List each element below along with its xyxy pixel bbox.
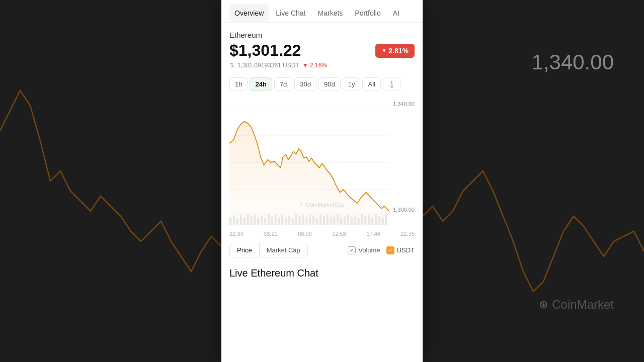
- interval-30d[interactable]: 30d: [294, 77, 316, 91]
- time-label-3: 12:58: [332, 231, 346, 237]
- sub-change: ▼ 2.16%: [302, 62, 327, 69]
- content-area: Ethereum $1,301.22 ▼ 2.81% ⇅ 1,301.09193…: [221, 23, 423, 297]
- main-price: $1,301.22: [229, 41, 301, 60]
- price-pill-btn[interactable]: Price: [230, 243, 260, 257]
- interval-1y[interactable]: 1y: [343, 77, 361, 91]
- usdt-checkbox[interactable]: ✓: [386, 246, 394, 254]
- tab-livechat[interactable]: Live Chat: [271, 4, 310, 22]
- sub-price: 1,301.09193361 USDT: [237, 62, 299, 69]
- time-label-5: 22:35: [400, 231, 415, 237]
- bg-chart-svg-right: [423, 40, 644, 332]
- interval-1h[interactable]: 1h: [229, 77, 248, 91]
- volume-checkbox[interactable]: ✓: [348, 246, 356, 254]
- check-group: ✓ Volume ✓ USDT: [348, 246, 415, 254]
- tab-ai[interactable]: AI: [388, 4, 405, 22]
- bottom-controls: Price Market Cap ✓ Volume ✓ USDT: [229, 243, 415, 257]
- live-chat-section: Live Ethereum Chat: [229, 267, 415, 289]
- time-label-4: 17:46: [366, 231, 380, 237]
- volume-checkmark: ✓: [350, 247, 354, 253]
- chart-area: 1,340.00 1,300.00: [229, 97, 415, 228]
- interval-90d[interactable]: 90d: [318, 77, 341, 91]
- bg-price-label: 1,340.00: [532, 50, 614, 74]
- bg-chart-svg-left: [0, 40, 221, 332]
- price-row: $1,301.22 ▼ 2.81%: [229, 41, 415, 60]
- price-chart-svg: [229, 97, 389, 228]
- watermark-icon: ⊛: [299, 201, 304, 208]
- volume-check-item[interactable]: ✓ Volume: [348, 246, 380, 254]
- usdt-checkmark: ✓: [388, 247, 392, 253]
- interval-24h[interactable]: 24h: [250, 77, 272, 91]
- candle-icon[interactable]: 🕯️: [383, 77, 400, 91]
- interval-all[interactable]: All: [362, 77, 380, 91]
- chart-high-label: 1,340.00: [393, 101, 415, 107]
- time-label-2: 08:09: [298, 231, 312, 237]
- swap-icon: ⇅: [229, 62, 234, 69]
- main-card: Overview Live Chat Markets Portfolio AI …: [221, 0, 423, 362]
- live-chat-title: Live Ethereum Chat: [229, 267, 415, 279]
- chart-watermark: ⊛ CoinMarketCap: [299, 201, 344, 208]
- arrow-icon: ▼: [381, 48, 386, 53]
- change-badge-text: 2.81%: [388, 47, 409, 55]
- time-label-0: 22:33: [229, 231, 244, 237]
- pill-group: Price Market Cap: [229, 243, 308, 257]
- tabs-bar: Overview Live Chat Markets Portfolio AI: [221, 0, 423, 23]
- chart-low-label: 1,300.00: [393, 207, 415, 213]
- time-label-1: 03:21: [264, 231, 278, 237]
- change-badge: ▼ 2.81%: [375, 44, 415, 58]
- watermark-text: CoinMarketCap: [306, 202, 344, 208]
- usdt-label: USDT: [397, 246, 415, 254]
- volume-label: Volume: [358, 246, 380, 254]
- coin-name: Ethereum: [229, 31, 415, 39]
- bg-watermark: ⊛ CoinMarket: [539, 298, 614, 312]
- tab-portfolio[interactable]: Portfolio: [350, 4, 385, 22]
- interval-row: 1h 24h 7d 30d 90d 1y All 🕯️: [229, 77, 415, 91]
- time-axis: 22:33 03:21 08:09 12:58 17:46 22:35: [229, 228, 415, 237]
- marketcap-pill-btn[interactable]: Market Cap: [260, 243, 307, 257]
- tab-overview[interactable]: Overview: [229, 4, 269, 22]
- tab-markets[interactable]: Markets: [313, 4, 348, 22]
- sub-price-row: ⇅ 1,301.09193361 USDT ▼ 2.16%: [229, 62, 415, 69]
- usdt-check-item[interactable]: ✓ USDT: [386, 246, 415, 254]
- interval-7d[interactable]: 7d: [274, 77, 292, 91]
